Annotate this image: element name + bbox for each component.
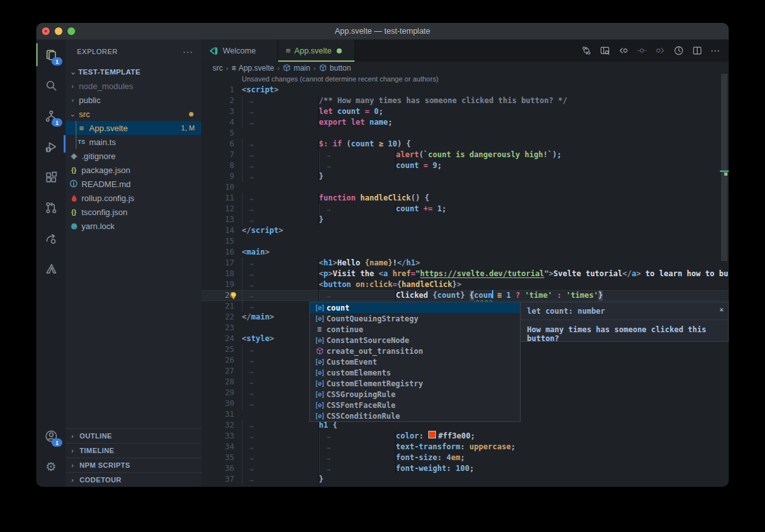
suggest-item-count[interactable]: [⊘]count <box>310 302 520 313</box>
activity-bar-item-account[interactable]: 1 <box>36 421 66 451</box>
tab-welcome[interactable]: Welcome <box>201 39 278 62</box>
code-line-37[interactable]: 37} <box>201 474 729 485</box>
sidebar-section-outline[interactable]: ›OUTLINE <box>66 428 201 443</box>
code-line-18[interactable]: 18<p>Visit the <a href="https://svelte.d… <box>201 269 729 279</box>
code-line-33[interactable]: 33color: #ff3e00; <box>201 431 729 442</box>
file-app-svelte[interactable]: ≡App.svelte1, M <box>66 121 201 135</box>
line-number: 32 <box>201 420 242 431</box>
sidebar-section-npm-scripts[interactable]: ›NPM SCRIPTS <box>66 458 201 472</box>
sidebar-section-timeline[interactable]: ›TIMELINE <box>66 443 201 458</box>
file-main-ts[interactable]: TSmain.ts <box>66 135 201 149</box>
code-line-5[interactable]: 5 <box>201 128 729 139</box>
line-number: 31 <box>201 409 242 420</box>
file--gitignore[interactable]: ◈.gitignore <box>66 149 201 163</box>
line-number: 22 <box>201 312 242 323</box>
line-number: 7 <box>201 150 242 160</box>
code-line-3[interactable]: 3let count = 0; <box>201 106 729 117</box>
explorer-root-folder[interactable]: ⌄ TEST-TEMPLATE <box>66 65 201 79</box>
code-line-12[interactable]: 12count += 1; <box>201 204 729 214</box>
suggest-item-label: CustomEvent <box>326 358 377 367</box>
code-line-36[interactable]: 36font-weight: 100; <box>201 463 729 474</box>
activity-bar-item-live-share[interactable] <box>36 223 66 253</box>
close-icon[interactable]: ✕ <box>719 305 724 314</box>
code-line-9[interactable]: 9} <box>201 171 729 182</box>
suggest-item-countqueuingstrategy[interactable]: [⊘]CountQueuingStrategy <box>310 313 520 324</box>
code-line-11[interactable]: 11function handleClick() { <box>201 193 729 204</box>
suggest-item-customelements[interactable]: [⊘]customElements <box>310 367 520 378</box>
breadcrumb-item-main[interactable]: main <box>283 64 310 73</box>
token-txt: Visit the <box>333 269 379 279</box>
split-editor-icon[interactable] <box>690 44 704 58</box>
token-num: 1 <box>506 290 510 301</box>
lightbulb-icon[interactable] <box>229 291 238 300</box>
breadcrumb-item-button[interactable]: button <box>319 64 351 73</box>
activity-bar-item-azure[interactable] <box>36 253 66 284</box>
code-line-7[interactable]: 7alert(`count is dangerously high!`); <box>201 150 729 160</box>
code-line-4[interactable]: 4export let name; <box>201 117 729 128</box>
code-line-10[interactable]: 10 <box>201 182 729 193</box>
line-number: 25 <box>201 344 242 355</box>
file-name: tsconfig.json <box>81 207 127 217</box>
code-editor[interactable]: Unsaved changes (cannot determine recent… <box>201 74 729 487</box>
more-actions-icon[interactable]: ⋯ <box>708 44 722 58</box>
code-line-8[interactable]: 8count = 9; <box>201 160 729 171</box>
open-preview-icon[interactable] <box>598 44 612 58</box>
token-pln: ; <box>460 452 465 463</box>
code-line-1[interactable]: 1<script> <box>201 85 729 95</box>
minimize-window-button[interactable] <box>55 27 62 35</box>
breadcrumb-item-src[interactable]: src <box>213 64 223 73</box>
breadcrumb-item-app-svelte[interactable]: ≡App.svelte <box>232 64 274 73</box>
code-line-20[interactable]: 20Clicked {count} {coun ≡ 1 ? 'time' : '… <box>201 290 729 301</box>
folder-src[interactable]: ⌄src <box>66 107 201 121</box>
scrollbar-thumb[interactable] <box>721 74 727 261</box>
code-line-14[interactable]: 14</script> <box>201 225 729 236</box>
suggest-item-customevent[interactable]: [⊘]CustomEvent <box>310 356 520 367</box>
token-tag: h1 <box>406 258 415 269</box>
file-history-icon[interactable] <box>671 44 685 58</box>
code-line-16[interactable]: 16<main> <box>201 247 729 258</box>
activity-bar-item-extensions[interactable] <box>36 162 66 192</box>
explorer-more-actions-icon[interactable]: ··· <box>183 46 193 57</box>
code-line-6[interactable]: 6$: if (count ≥ 10) { <box>201 139 729 150</box>
suggest-item-create_out_transition[interactable]: create_out_transition <box>310 346 520 356</box>
folder-node-modules[interactable]: ›node_modules <box>66 79 201 93</box>
activity-bar-item-source-control[interactable]: 1 <box>36 101 66 131</box>
file-yarn-lock[interactable]: yarn.lock <box>66 219 201 233</box>
code-line-34[interactable]: 34text-transform: uppercase; <box>201 442 729 452</box>
file-rollup-config-js[interactable]: rollup.config.js <box>66 191 201 205</box>
code-line-2[interactable]: 2/** How many times has someone clicked … <box>201 95 729 106</box>
json-file-icon: {} <box>68 167 80 174</box>
previous-change-icon[interactable] <box>616 44 630 58</box>
file-tsconfig-json[interactable]: {}tsconfig.json <box>66 205 201 219</box>
token-num: 9 <box>433 160 437 171</box>
zoom-window-button[interactable] <box>67 27 75 35</box>
code-line-19[interactable]: 19<button on:click={handleClick}> <box>201 279 729 290</box>
suggest-item-cssgroupingrule[interactable]: [⊘]CSSGroupingRule <box>310 389 520 400</box>
suggest-item-label: CSSFontFaceRule <box>326 401 395 410</box>
code-line-17[interactable]: 17<h1>Hello {name}!</h1> <box>201 258 729 269</box>
editor-scrollbar[interactable] <box>720 74 729 487</box>
activity-bar-item-github-pr[interactable] <box>36 192 66 223</box>
git-compare-icon[interactable] <box>579 44 593 58</box>
suggest-item-constantsourcenode[interactable]: [⊘]ConstantSourceNode <box>310 335 520 346</box>
suggest-item-continue[interactable]: ≣continue <box>310 324 520 335</box>
activity-bar-item-settings-gear[interactable]: ⚙ <box>36 451 66 482</box>
activity-bar-item-run-debug[interactable] <box>36 131 66 162</box>
tab-whitespace <box>242 344 319 355</box>
close-window-button[interactable] <box>42 27 50 35</box>
code-line-35[interactable]: 35font-size: 4em; <box>201 452 729 463</box>
file-readme-md[interactable]: ⓘREADME.md <box>66 177 201 191</box>
folder-public[interactable]: ›public <box>66 93 201 107</box>
next-change-icon[interactable] <box>653 44 667 58</box>
activity-bar-item-search[interactable] <box>36 70 66 101</box>
code-line-13[interactable]: 13} <box>201 214 729 225</box>
current-change-icon[interactable] <box>635 44 649 58</box>
activity-bar-item-explorer[interactable]: 1 <box>36 39 66 70</box>
suggest-item-customelementregistry[interactable]: [⊘]CustomElementRegistry <box>310 378 520 389</box>
code-line-15[interactable]: 15 <box>201 236 729 247</box>
sidebar-section-codetour[interactable]: ›CODETOUR <box>66 472 201 487</box>
file-package-json[interactable]: {}package.json <box>66 163 201 177</box>
tab-app-svelte[interactable]: ≡App.svelte <box>278 39 355 62</box>
suggest-item-cssconditionrule[interactable]: [⊘]CSSConditionRule <box>310 410 520 421</box>
suggest-item-cssfontfacerule[interactable]: [⊘]CSSFontFaceRule <box>310 400 520 410</box>
